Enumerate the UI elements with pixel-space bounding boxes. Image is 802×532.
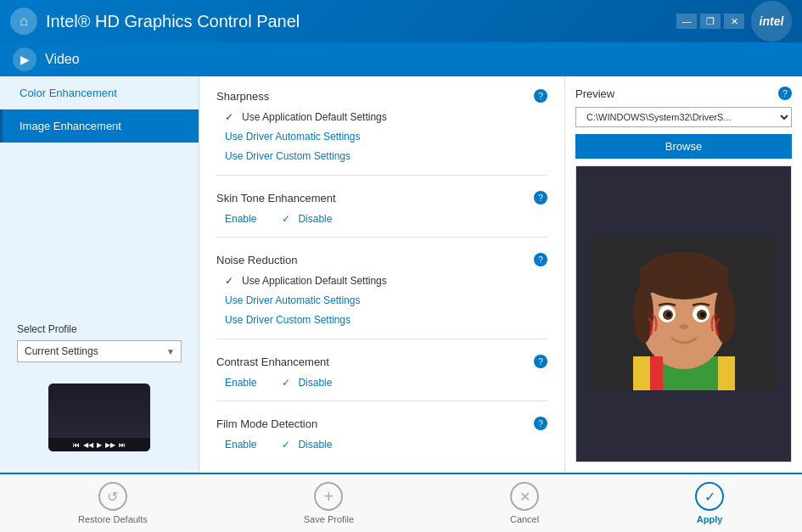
sharpness-info-icon[interactable]: ? bbox=[534, 89, 547, 103]
footer: ↺ Restore Defaults + Save Profile ✕ Canc… bbox=[0, 473, 802, 532]
intel-logo: intel bbox=[751, 1, 792, 42]
home-icon[interactable]: ⌂ bbox=[10, 8, 37, 35]
sharpness-header: Sharpness ? bbox=[216, 89, 547, 103]
skin-tone-enable-label: Enable bbox=[225, 213, 256, 225]
film-mode-radio-group: Enable Disable bbox=[216, 439, 547, 451]
profile-label: Select Profile bbox=[17, 323, 182, 335]
skin-tone-disable[interactable]: Disable bbox=[282, 213, 332, 225]
contrast-radio-group: Enable Disable bbox=[216, 377, 547, 389]
main-layout: Color Enhancement Image Enhancement Sele… bbox=[0, 76, 802, 473]
restore-label: Restore Defaults bbox=[78, 514, 148, 524]
noise-checkbox-icon bbox=[225, 275, 237, 287]
svg-rect-18 bbox=[650, 356, 663, 390]
film-mode-disable[interactable]: Disable bbox=[282, 439, 332, 451]
video-icon: ▶ bbox=[13, 48, 36, 71]
noise-custom-link[interactable]: Use Driver Custom Settings bbox=[216, 314, 351, 326]
sub-header: ▶ Video bbox=[0, 42, 802, 76]
film-mode-enable[interactable]: Enable bbox=[225, 439, 256, 451]
film-mode-disable-check bbox=[282, 439, 294, 451]
apply-button[interactable]: ✓ Apply bbox=[678, 475, 741, 531]
svg-rect-16 bbox=[633, 356, 650, 390]
sharpness-title: Sharpness bbox=[216, 90, 269, 103]
preview-image bbox=[575, 165, 792, 462]
noise-reduction-section: Noise Reduction ? Use Application Defaul… bbox=[216, 253, 547, 339]
skin-tone-enable[interactable]: Enable bbox=[225, 213, 256, 225]
sharpness-auto-link[interactable]: Use Driver Automatic Settings bbox=[216, 131, 360, 143]
noise-auto-link[interactable]: Use Driver Automatic Settings bbox=[216, 294, 360, 306]
skin-tone-disable-label: Disable bbox=[298, 213, 332, 225]
cancel-button[interactable]: ✕ Cancel bbox=[493, 475, 556, 531]
save-icon: + bbox=[314, 482, 343, 511]
skin-tone-title: Skin Tone Enhancement bbox=[216, 192, 336, 204]
skin-tone-disable-check bbox=[282, 213, 294, 225]
contrast-disable-check bbox=[282, 377, 294, 389]
content-area: Sharpness ? Use Application Default Sett… bbox=[199, 76, 564, 473]
video-controls-bar: ⏮ ◀◀ ▶ ▶▶ ⏭ bbox=[48, 438, 150, 451]
svg-point-15 bbox=[680, 324, 688, 329]
sharpness-section: Sharpness ? Use Application Default Sett… bbox=[216, 89, 547, 176]
save-profile-button[interactable]: + Save Profile bbox=[287, 475, 371, 531]
preview-image-svg bbox=[591, 238, 777, 390]
contrast-title: Contrast Enhancement bbox=[216, 356, 329, 368]
preview-path-select[interactable]: C:\WINDOWS\System32\DriverS... bbox=[575, 107, 792, 127]
sidebar-item-color-enhancement[interactable]: Color Enhancement bbox=[0, 76, 199, 109]
noise-reduction-header: Noise Reduction ? bbox=[216, 253, 547, 266]
svg-rect-6 bbox=[640, 267, 728, 293]
skin-tone-info-icon[interactable]: ? bbox=[534, 191, 547, 204]
window-controls: — ❐ ✕ bbox=[676, 14, 744, 29]
svg-point-13 bbox=[666, 312, 671, 317]
contrast-info-icon[interactable]: ? bbox=[534, 355, 547, 368]
checkbox-checked-icon bbox=[225, 111, 237, 123]
film-mode-header: Film Mode Detection ? bbox=[216, 417, 547, 430]
film-mode-info-icon[interactable]: ? bbox=[534, 417, 547, 430]
film-mode-title: Film Mode Detection bbox=[216, 417, 317, 430]
skin-tone-section: Skin Tone Enhancement ? Enable Disable bbox=[216, 191, 547, 238]
restore-icon: ↺ bbox=[98, 482, 127, 511]
contrast-section: Contrast Enhancement ? Enable Disable bbox=[216, 355, 547, 401]
noise-reduction-info-icon[interactable]: ? bbox=[534, 253, 547, 266]
preview-info-icon[interactable]: ? bbox=[778, 87, 792, 100]
sidebar: Color Enhancement Image Enhancement Sele… bbox=[0, 76, 199, 473]
cancel-icon: ✕ bbox=[510, 482, 539, 511]
title-bar-left: ⌂ Intel® HD Graphics Control Panel bbox=[10, 8, 300, 35]
app-title: Intel® HD Graphics Control Panel bbox=[46, 12, 300, 31]
film-mode-disable-label: Disable bbox=[298, 439, 332, 451]
sidebar-profile: Select Profile Current Settings Default … bbox=[0, 311, 199, 375]
save-label: Save Profile bbox=[304, 514, 354, 524]
noise-default-option[interactable]: Use Application Default Settings bbox=[216, 275, 547, 287]
contrast-header: Contrast Enhancement ? bbox=[216, 355, 547, 368]
apply-icon: ✓ bbox=[695, 482, 724, 511]
sharpness-custom-link[interactable]: Use Driver Custom Settings bbox=[216, 150, 351, 162]
browse-button[interactable]: Browse bbox=[575, 134, 792, 159]
skin-tone-header: Skin Tone Enhancement ? bbox=[216, 191, 547, 204]
profile-select[interactable]: Current Settings Default Custom bbox=[17, 340, 182, 362]
preview-path-row: C:\WINDOWS\System32\DriverS... bbox=[575, 107, 792, 127]
skin-tone-radio-group: Enable Disable bbox=[216, 213, 547, 225]
title-bar: ⌂ Intel® HD Graphics Control Panel — ❐ ✕… bbox=[0, 0, 802, 42]
sidebar-nav: Color Enhancement Image Enhancement bbox=[0, 76, 199, 143]
preview-header: Preview ? bbox=[575, 87, 792, 100]
svg-rect-17 bbox=[718, 356, 735, 390]
restore-button[interactable]: ❐ bbox=[700, 14, 721, 29]
contrast-disable-label: Disable bbox=[298, 377, 332, 389]
film-mode-section: Film Mode Detection ? Enable Disable bbox=[216, 417, 547, 462]
minimize-button[interactable]: — bbox=[676, 14, 697, 29]
cancel-label: Cancel bbox=[510, 514, 539, 524]
film-mode-enable-label: Enable bbox=[225, 439, 256, 451]
video-preview: ▶ ⏮ ◀◀ ▶ ▶▶ ⏭ bbox=[48, 384, 150, 451]
restore-defaults-button[interactable]: ↺ Restore Defaults bbox=[61, 475, 165, 531]
svg-point-14 bbox=[700, 312, 705, 317]
contrast-enable[interactable]: Enable bbox=[225, 377, 256, 389]
close-button[interactable]: ✕ bbox=[724, 14, 744, 29]
sidebar-item-image-enhancement[interactable]: Image Enhancement bbox=[0, 109, 199, 143]
noise-reduction-title: Noise Reduction bbox=[216, 254, 297, 266]
sub-header-title: Video bbox=[45, 52, 80, 67]
contrast-disable[interactable]: Disable bbox=[282, 377, 332, 389]
profile-select-wrapper: Current Settings Default Custom ▼ bbox=[17, 340, 182, 362]
apply-label: Apply bbox=[697, 514, 723, 524]
preview-panel: Preview ? C:\WINDOWS\System32\DriverS...… bbox=[564, 76, 802, 473]
sharpness-default-option[interactable]: Use Application Default Settings bbox=[216, 111, 547, 123]
contrast-enable-label: Enable bbox=[225, 377, 256, 389]
preview-title: Preview bbox=[575, 87, 614, 100]
